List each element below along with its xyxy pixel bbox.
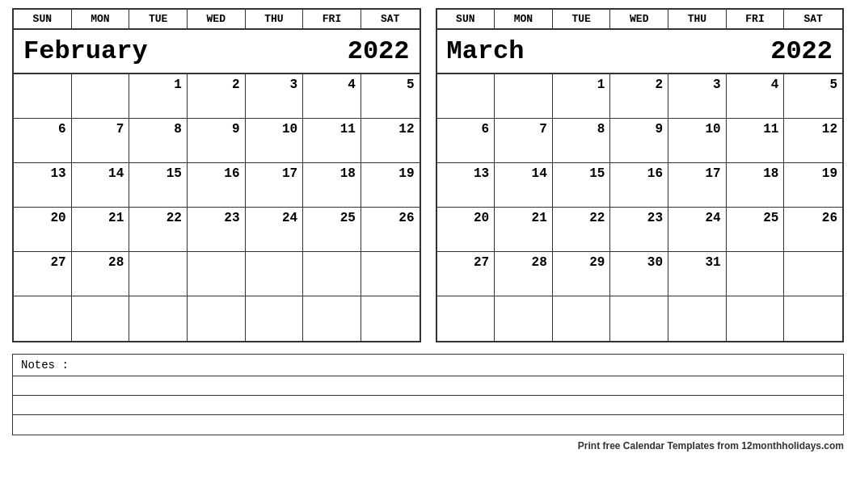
table-row: 10 [246, 119, 304, 163]
table-row: 21 [495, 208, 553, 252]
table-row: 3 [668, 74, 727, 119]
table-row: 25 [727, 208, 785, 252]
table-row: 13 [14, 163, 72, 208]
table-row [784, 252, 842, 296]
table-row: 27 [437, 252, 495, 296]
table-row: 3 [246, 74, 304, 119]
table-row: 14 [72, 163, 130, 208]
feb-day-sun: SUN [14, 10, 72, 28]
table-row: 7 [72, 119, 130, 163]
table-row: 28 [72, 252, 130, 296]
table-row: 12 [361, 119, 420, 163]
table-row: 5 [784, 74, 842, 119]
table-row: 17 [246, 163, 304, 208]
feb-month-name: February [23, 36, 148, 66]
table-row: 12 [784, 119, 842, 163]
table-row: 6 [14, 119, 72, 163]
table-row: 8 [129, 119, 188, 163]
table-row: 14 [495, 163, 553, 208]
table-row: 20 [14, 208, 72, 252]
table-row: 13 [437, 163, 495, 208]
feb-grid: 1234567891011121314151617181920212223242… [14, 74, 420, 341]
mar-day-sun: SUN [437, 10, 495, 28]
table-row: 27 [14, 252, 72, 296]
table-row [727, 296, 785, 341]
table-row: 18 [303, 163, 361, 208]
mar-day-wed: WED [610, 10, 668, 28]
table-row: 16 [610, 163, 668, 208]
table-row [784, 296, 842, 341]
footer-text: Print free Calendar Templates from [578, 440, 742, 452]
table-row: 22 [129, 208, 188, 252]
table-row [188, 252, 246, 296]
table-row [495, 296, 553, 341]
table-row: 21 [72, 208, 130, 252]
mar-day-tue: TUE [553, 10, 611, 28]
table-row: 30 [610, 252, 668, 296]
table-row: 10 [668, 119, 727, 163]
feb-day-sat: SAT [361, 10, 420, 28]
feb-day-wed: WED [188, 10, 246, 28]
march-calendar: SUN MON TUE WED THU FRI SAT March 2022 1… [436, 8, 845, 342]
mar-month-row: March 2022 [437, 30, 843, 74]
table-row: 23 [188, 208, 246, 252]
table-row [72, 74, 130, 119]
feb-day-mon: MON [72, 10, 130, 28]
table-row: 18 [727, 163, 785, 208]
february-calendar: SUN MON TUE WED THU FRI SAT February 202… [12, 8, 421, 342]
footer: Print free Calendar Templates from 12mon… [12, 440, 844, 452]
table-row: 2 [610, 74, 668, 119]
notes-section: Notes : [12, 354, 844, 435]
table-row [303, 252, 361, 296]
notes-line-1[interactable] [13, 376, 843, 396]
table-row: 31 [668, 252, 727, 296]
table-row: 7 [495, 119, 553, 163]
table-row [668, 296, 727, 341]
mar-day-fri: FRI [727, 10, 785, 28]
calendars-container: SUN MON TUE WED THU FRI SAT February 202… [12, 8, 844, 342]
table-row: 16 [188, 163, 246, 208]
table-row [610, 296, 668, 341]
table-row: 23 [610, 208, 668, 252]
table-row [303, 296, 361, 341]
notes-header: Notes : [13, 355, 843, 376]
table-row [246, 296, 304, 341]
table-row: 4 [727, 74, 785, 119]
table-row [361, 296, 420, 341]
table-row: 8 [553, 119, 611, 163]
table-row [188, 296, 246, 341]
table-row: 1 [553, 74, 611, 119]
table-row: 22 [553, 208, 611, 252]
table-row: 20 [437, 208, 495, 252]
table-row: 9 [188, 119, 246, 163]
table-row: 15 [553, 163, 611, 208]
table-row: 29 [553, 252, 611, 296]
table-row [246, 252, 304, 296]
table-row: 15 [129, 163, 188, 208]
table-row: 17 [668, 163, 727, 208]
notes-line-3[interactable] [13, 415, 843, 435]
mar-day-sat: SAT [784, 10, 842, 28]
mar-day-thu: THU [668, 10, 727, 28]
table-row: 19 [784, 163, 842, 208]
table-row: 19 [361, 163, 420, 208]
table-row: 25 [303, 208, 361, 252]
table-row: 24 [668, 208, 727, 252]
table-row [437, 296, 495, 341]
table-row: 11 [727, 119, 785, 163]
table-row [495, 74, 553, 119]
table-row: 26 [784, 208, 842, 252]
table-row [14, 296, 72, 341]
feb-year: 2022 [348, 36, 410, 66]
table-row: 4 [303, 74, 361, 119]
mar-month-name: March [447, 36, 525, 66]
notes-line-2[interactable] [13, 396, 843, 415]
table-row: 2 [188, 74, 246, 119]
feb-day-fri: FRI [303, 10, 361, 28]
feb-day-thu: THU [246, 10, 304, 28]
feb-month-row: February 2022 [14, 30, 420, 74]
table-row: 6 [437, 119, 495, 163]
table-row: 1 [129, 74, 188, 119]
table-row [129, 252, 188, 296]
table-row [361, 252, 420, 296]
